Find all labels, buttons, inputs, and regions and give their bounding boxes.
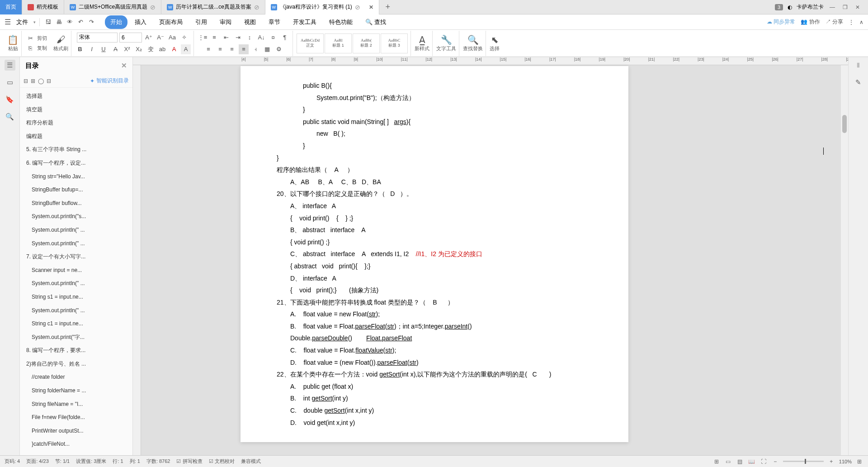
change-case-icon[interactable]: Aa — [167, 33, 177, 43]
zoom-slider[interactable] — [783, 461, 824, 462]
superscript-icon[interactable]: X² — [122, 44, 132, 54]
view-print-icon[interactable]: ▭ — [724, 457, 732, 466]
minimize-icon[interactable]: — — [828, 4, 836, 10]
toc-item[interactable]: StringBuffer bufup=... — [20, 183, 132, 197]
settings-rail-icon[interactable]: ⫴ — [853, 60, 864, 71]
copy-icon[interactable]: ⎘ — [25, 43, 35, 53]
status-page[interactable]: 页码: 4 — [5, 458, 20, 465]
ribbon-tab-layout[interactable]: 页面布局 — [154, 15, 188, 29]
vertical-ruler[interactable] — [133, 65, 141, 455]
toc-item[interactable]: 程序分析题 — [20, 116, 132, 130]
page-rail-icon[interactable]: ▭ — [5, 77, 15, 88]
close-icon[interactable]: ✕ — [369, 4, 373, 10]
style-h1[interactable]: AaBl标题 1 — [325, 33, 352, 53]
subscript-icon[interactable]: X₂ — [134, 44, 144, 54]
status-col[interactable]: 列: 1 — [130, 458, 140, 465]
decrease-indent-icon[interactable]: ⇤ — [221, 33, 231, 43]
status-compat[interactable]: 兼容模式 — [241, 458, 261, 465]
toc-item[interactable]: 2)将自己的学号、姓名 ... — [20, 357, 132, 371]
bold-icon[interactable]: B — [75, 44, 85, 54]
highlight-icon[interactable]: ab — [157, 44, 167, 54]
toc-rail-icon[interactable]: ☰ — [5, 60, 15, 71]
toc-minus-icon[interactable]: ⊟ — [47, 78, 51, 84]
toc-item[interactable]: System.out.println(" ... — [20, 224, 132, 237]
document-line[interactable]: { void print() ;} — [277, 236, 592, 248]
document-line[interactable]: A、 interface A — [277, 200, 592, 212]
document-line[interactable]: public B(){ — [277, 80, 592, 92]
toc-item[interactable]: System.out.println(" ... — [20, 304, 132, 318]
cut-icon[interactable]: ✂ — [25, 33, 35, 43]
search-rail-icon[interactable]: 🔍 — [5, 111, 15, 122]
toc-item[interactable]: 编程题 — [20, 130, 132, 143]
toc-circle-icon[interactable]: ◯ — [38, 78, 44, 84]
document-line[interactable]: D、 interface A — [277, 272, 592, 285]
borders-icon[interactable]: ▦ — [262, 44, 272, 54]
toc-item[interactable]: String str="Hello Jav... — [20, 170, 132, 184]
status-chars[interactable]: 字数: 8762 — [146, 458, 170, 465]
status-pages[interactable]: 页面: 4/23 — [26, 458, 49, 465]
maximize-icon[interactable]: ❐ — [841, 4, 849, 10]
ribbon-tab-insert[interactable]: 插入 — [129, 15, 152, 29]
hamburger-icon[interactable]: ☰ — [5, 18, 11, 26]
edit-rail-icon[interactable]: ✎ — [853, 77, 864, 88]
document-line[interactable]: } — [277, 104, 592, 116]
horizontal-ruler[interactable]: |4||5||6||7||8||9||10||11||12||13||14||1… — [133, 57, 848, 65]
increase-indent-icon[interactable]: ⇥ — [233, 33, 243, 43]
print-preview-icon[interactable]: 👁 — [65, 18, 74, 27]
toc-item[interactable]: File f=new File(folde... — [20, 411, 132, 424]
status-row[interactable]: 行: 1 — [113, 458, 123, 465]
document-line[interactable]: { void print();} (抽象方法) — [277, 284, 592, 296]
apps-icon[interactable]: ⊞ — [855, 457, 863, 466]
document-line[interactable]: System.out.print("B");（构造方法） — [277, 92, 592, 104]
document-line[interactable]: D. float value = (new Float()).parseFloa… — [277, 357, 592, 369]
collapse-ribbon-icon[interactable]: ⋮ — [849, 19, 854, 25]
document-line[interactable]: { void print() { } ;} — [277, 212, 592, 224]
toc-item[interactable]: 5. 有三个字符串 String ... — [20, 143, 132, 157]
increase-font-icon[interactable]: A⁺ — [144, 33, 154, 43]
toc-item[interactable]: String s1 = input.ne... — [20, 291, 132, 304]
sync-status[interactable]: ☁ 同步异常 — [767, 18, 795, 26]
toc-item[interactable]: System.out.println(" ... — [20, 277, 132, 291]
tab-doc-active[interactable]: W《java程序设计》复习资料 (1)⊘ ✕ — [265, 0, 379, 14]
bullets-icon[interactable]: ⋮≡ — [198, 33, 208, 43]
toc-close-icon[interactable]: ✕ — [121, 62, 127, 70]
document-line[interactable]: 21、下面选项中能把字符串转换成 float 类型的是？（ B ） — [277, 296, 592, 309]
font-color-icon[interactable]: A — [169, 44, 179, 54]
document-line[interactable]: 22、在某个类中存在一个方法：void getSort(int x),以下能作为… — [277, 368, 592, 381]
document-line[interactable]: public static void main(String[ ] args){ — [277, 116, 592, 128]
toc-item[interactable]: String c1 = input.ne... — [20, 317, 132, 331]
document-line[interactable]: D. void get(int x,int y) — [277, 417, 592, 429]
toc-item[interactable]: System.out.print("字... — [20, 331, 132, 344]
clear-format-icon[interactable]: ✧ — [179, 33, 189, 43]
zoom-level[interactable]: 110% — [839, 459, 852, 464]
document-line[interactable]: A. float value = new Float(str); — [277, 308, 592, 320]
vertical-scrollbar[interactable] — [841, 65, 848, 455]
status-doccheck[interactable]: ☑ 文档校对 — [209, 458, 235, 465]
toc-item[interactable]: String fileName = "I... — [20, 398, 132, 411]
underline-icon[interactable]: U — [99, 44, 108, 54]
document-line[interactable]: B. float value = Float.parseFloat(str)；i… — [277, 320, 592, 344]
style-normal[interactable]: AaBbCcDd正文 — [297, 33, 324, 53]
document-line[interactable]: 20、以下哪个接口的定义是正确的？（ D ）。 — [277, 188, 592, 200]
show-marks-icon[interactable]: ¶ — [280, 33, 290, 43]
new-style-group[interactable]: A̲新样式 — [412, 31, 433, 56]
tab-add[interactable]: + — [379, 2, 397, 12]
document-page[interactable]: public B(){System.out.print("B");（构造方法）}… — [241, 66, 628, 442]
document-line[interactable]: B. int getSort(int y) — [277, 392, 592, 405]
paragraph-settings-icon[interactable]: ⚙ — [274, 44, 284, 54]
text-tools-group[interactable]: 🔧文字工具 — [434, 31, 459, 56]
decrease-font-icon[interactable]: A⁻ — [156, 33, 165, 43]
collab-button[interactable]: 👥 协作 — [801, 18, 820, 26]
toc-collapse-icon[interactable]: ⊟ — [24, 78, 28, 84]
toc-expand-icon[interactable]: ⊞ — [31, 78, 35, 84]
ribbon-tab-special[interactable]: 特色功能 — [324, 15, 358, 29]
sort-icon[interactable]: A↓ — [256, 33, 266, 43]
toc-list[interactable]: 选择题填空题程序分析题编程题5. 有三个字符串 String ...6. 编写一… — [20, 88, 132, 455]
toc-item[interactable]: 填空题 — [20, 103, 132, 117]
file-menu[interactable]: 文件 — [13, 18, 32, 26]
avatar-icon[interactable]: ◐ — [788, 4, 792, 10]
view-read-icon[interactable]: 📖 — [748, 457, 756, 466]
toc-item[interactable]: //create folder — [20, 371, 132, 384]
scrollbar-thumb[interactable] — [842, 115, 847, 133]
toc-item[interactable]: Scanner input = ne... — [20, 264, 132, 277]
